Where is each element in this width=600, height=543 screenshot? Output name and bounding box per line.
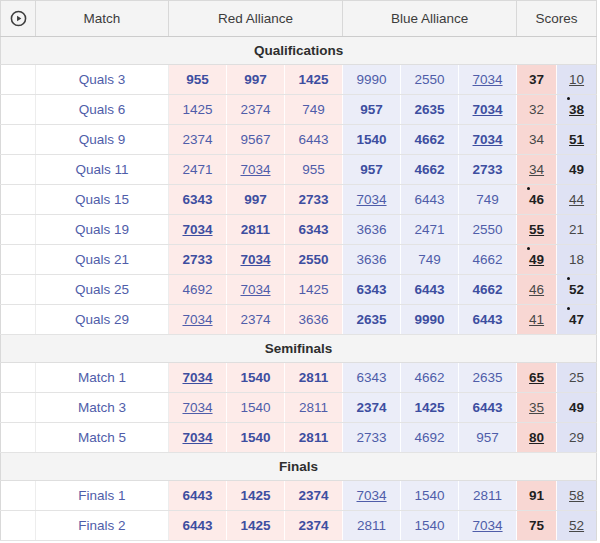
- team-link[interactable]: 6443: [415, 192, 445, 207]
- team-link[interactable]: 9567: [240, 132, 270, 147]
- team-link[interactable]: 2811: [299, 370, 328, 385]
- team-link[interactable]: 2635: [415, 102, 445, 117]
- team-link[interactable]: 4662: [415, 370, 445, 385]
- team-link[interactable]: 7034: [182, 222, 212, 237]
- team-link[interactable]: 997: [244, 192, 267, 207]
- team-link[interactable]: 957: [360, 102, 383, 117]
- team-link[interactable]: 7034: [240, 252, 270, 267]
- team-link[interactable]: 6443: [415, 282, 445, 297]
- team-link[interactable]: 2811: [299, 430, 328, 445]
- team-link[interactable]: 997: [244, 72, 267, 87]
- team-link[interactable]: 7034: [473, 518, 503, 533]
- team-link[interactable]: 957: [476, 430, 499, 445]
- team-link[interactable]: 2550: [415, 72, 445, 87]
- team-link[interactable]: 2374: [240, 312, 270, 327]
- team-link[interactable]: 6443: [182, 518, 212, 533]
- team-link[interactable]: 955: [186, 72, 209, 87]
- team-link[interactable]: 1540: [240, 370, 270, 385]
- team-link[interactable]: 9990: [357, 72, 387, 87]
- team-link[interactable]: 2733: [298, 192, 328, 207]
- team-link[interactable]: 1425: [240, 488, 270, 503]
- team-link[interactable]: 1425: [415, 400, 445, 415]
- match-link[interactable]: Match 3: [78, 400, 126, 415]
- team-link[interactable]: 7034: [182, 312, 212, 327]
- match-link[interactable]: Match 1: [78, 370, 126, 385]
- team-link[interactable]: 1540: [415, 518, 445, 533]
- team-link[interactable]: 4662: [473, 282, 503, 297]
- team-link[interactable]: 2811: [241, 222, 270, 237]
- team-link[interactable]: 955: [302, 162, 325, 177]
- team-link[interactable]: 2811: [357, 518, 386, 533]
- team-link[interactable]: 6443: [473, 400, 503, 415]
- play-circle-icon[interactable]: [10, 10, 27, 27]
- team-link[interactable]: 2374: [298, 488, 328, 503]
- team-link[interactable]: 7034: [182, 370, 212, 385]
- team-link[interactable]: 1425: [240, 518, 270, 533]
- team-link[interactable]: 7034: [240, 162, 270, 177]
- team-link[interactable]: 7034: [473, 72, 503, 87]
- team-link[interactable]: 2733: [357, 430, 387, 445]
- team-link[interactable]: 1425: [182, 102, 212, 117]
- team-link[interactable]: 4662: [415, 162, 445, 177]
- match-link[interactable]: Finals 2: [78, 518, 125, 533]
- team-link[interactable]: 4662: [415, 132, 445, 147]
- match-link[interactable]: Quals 19: [75, 222, 129, 237]
- team-link[interactable]: 2733: [473, 162, 503, 177]
- match-link[interactable]: Quals 6: [79, 102, 126, 117]
- match-link[interactable]: Finals 1: [78, 488, 125, 503]
- team-link[interactable]: 2471: [415, 222, 445, 237]
- team-link[interactable]: 4692: [415, 430, 445, 445]
- team-link[interactable]: 3636: [298, 312, 328, 327]
- match-link[interactable]: Quals 21: [75, 252, 129, 267]
- team-link[interactable]: 7034: [182, 430, 212, 445]
- team-link[interactable]: 1540: [357, 132, 387, 147]
- team-link[interactable]: 7034: [473, 132, 503, 147]
- team-link[interactable]: 6443: [473, 312, 503, 327]
- team-link[interactable]: 7034: [357, 488, 387, 503]
- team-link[interactable]: 1540: [240, 400, 270, 415]
- match-link[interactable]: Quals 29: [75, 312, 129, 327]
- match-link[interactable]: Quals 9: [79, 132, 126, 147]
- team-link[interactable]: 4692: [182, 282, 212, 297]
- team-link[interactable]: 1425: [298, 282, 328, 297]
- team-link[interactable]: 4662: [473, 252, 503, 267]
- team-link[interactable]: 2550: [473, 222, 503, 237]
- team-link[interactable]: 3636: [357, 252, 387, 267]
- match-link[interactable]: Quals 3: [79, 72, 126, 87]
- team-link[interactable]: 9990: [415, 312, 445, 327]
- team-link[interactable]: 1540: [240, 430, 270, 445]
- team-link[interactable]: 6343: [182, 192, 212, 207]
- team-link[interactable]: 6343: [357, 370, 387, 385]
- team-link[interactable]: 2550: [298, 252, 328, 267]
- team-link[interactable]: 2471: [182, 162, 212, 177]
- team-link[interactable]: 6343: [357, 282, 387, 297]
- match-link[interactable]: Quals 15: [75, 192, 129, 207]
- team-link[interactable]: 2811: [473, 488, 502, 503]
- team-link[interactable]: 7034: [182, 400, 212, 415]
- team-link[interactable]: 2374: [182, 132, 212, 147]
- match-link[interactable]: Quals 11: [75, 162, 128, 177]
- team-link[interactable]: 2374: [240, 102, 270, 117]
- team-link[interactable]: 6443: [182, 488, 212, 503]
- team-link[interactable]: 6443: [298, 132, 328, 147]
- team-link[interactable]: 2635: [357, 312, 387, 327]
- team-link[interactable]: 7034: [357, 192, 387, 207]
- team-link[interactable]: 2733: [182, 252, 212, 267]
- team-link[interactable]: 749: [476, 192, 499, 207]
- match-link[interactable]: Quals 25: [75, 282, 129, 297]
- team-link[interactable]: 7034: [473, 102, 503, 117]
- watch-all-header-cell[interactable]: [1, 1, 36, 37]
- team-link[interactable]: 2811: [299, 400, 328, 415]
- team-link[interactable]: 2374: [298, 518, 328, 533]
- team-link[interactable]: 2374: [357, 400, 387, 415]
- team-link[interactable]: 2635: [473, 370, 503, 385]
- team-link[interactable]: 7034: [240, 282, 270, 297]
- team-link[interactable]: 749: [302, 102, 325, 117]
- team-link[interactable]: 749: [418, 252, 441, 267]
- team-link[interactable]: 1425: [298, 72, 328, 87]
- team-link[interactable]: 6343: [298, 222, 328, 237]
- team-link[interactable]: 3636: [357, 222, 387, 237]
- match-link[interactable]: Match 5: [78, 430, 126, 445]
- team-link[interactable]: 957: [360, 162, 383, 177]
- team-link[interactable]: 1540: [415, 488, 445, 503]
